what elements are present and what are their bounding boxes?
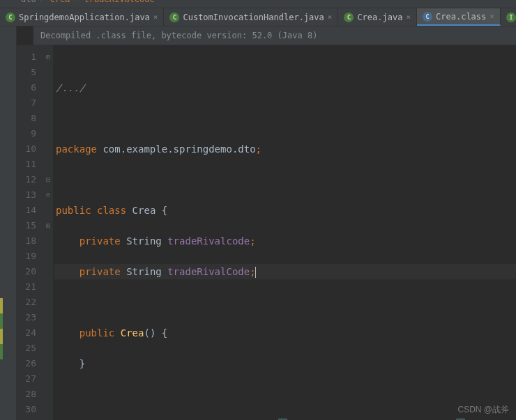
fold-toggle-icon: [43, 402, 53, 417]
code-line[interactable]: /.../: [54, 80, 516, 95]
fold-toggle-icon: [43, 249, 53, 264]
line-number[interactable]: 27: [21, 371, 36, 387]
keyword: public: [79, 327, 115, 339]
fold-toggle-icon: [43, 295, 53, 310]
line-number[interactable]: 13: [21, 187, 36, 203]
line-number[interactable]: 14: [21, 203, 36, 218]
field: tradeRivalCode: [167, 266, 250, 277]
line-number[interactable]: 11: [21, 157, 36, 172]
line-number[interactable]: 22: [21, 295, 36, 310]
fold-toggle-icon: [43, 141, 53, 157]
breadcrumb-seg[interactable]: tradeRivalCode: [84, 0, 155, 4]
line-number[interactable]: 12: [21, 172, 36, 187]
line-number[interactable]: 10: [21, 141, 36, 157]
line-number[interactable]: 20: [21, 264, 36, 279]
parens: (): [144, 327, 155, 339]
close-icon[interactable]: ×: [328, 13, 333, 22]
fold-toggle-icon[interactable]: ⊖: [43, 187, 53, 203]
caret: [255, 267, 256, 278]
editor-tab[interactable]: EatInte: [501, 8, 516, 26]
line-number[interactable]: 28: [21, 387, 36, 402]
file-type-icon: [344, 13, 354, 22]
keyword: class: [97, 205, 126, 216]
file-type-icon: [423, 12, 432, 22]
line-number[interactable]: 7: [21, 95, 36, 111]
line-number[interactable]: 18: [21, 233, 36, 249]
code-line[interactable]: [54, 295, 516, 310]
watermark: CSDN @战斧: [457, 404, 509, 416]
editor-tab[interactable]: Crea.class×: [417, 8, 501, 26]
line-number[interactable]: 30: [21, 402, 36, 417]
line-number[interactable]: 24: [21, 325, 36, 341]
fold-toggle-icon: [43, 111, 53, 126]
fold-toggle-icon[interactable]: ⊟: [43, 172, 53, 187]
code-line[interactable]: [54, 387, 516, 402]
line-number[interactable]: 21: [21, 279, 36, 295]
code-area[interactable]: /.../ package com.example.springdemo.dto…: [53, 45, 516, 420]
brace: }: [79, 358, 85, 369]
semicolon: ;: [256, 143, 261, 155]
fold-toggle-icon: [43, 80, 53, 95]
editor-tabs: SpringdemoApplication.java×CustomInvocat…: [0, 8, 516, 26]
class-name: Crea: [126, 205, 162, 216]
fold-toggle-icon: [43, 65, 53, 80]
brace: {: [162, 327, 167, 339]
fold-toggle-icon: [43, 341, 53, 356]
tab-label: CustomInvocationHandler.java: [183, 13, 324, 22]
line-number[interactable]: 6: [21, 80, 36, 95]
editor-tab[interactable]: CustomInvocationHandler.java×: [164, 8, 338, 26]
line-number[interactable]: 9: [21, 126, 36, 141]
code-line[interactable]: [54, 172, 516, 187]
fold-toggle-icon: [43, 356, 53, 371]
close-icon[interactable]: ×: [490, 12, 494, 21]
code-line[interactable]: }: [54, 356, 516, 371]
line-number[interactable]: 23: [21, 310, 36, 325]
fold-toggle-icon: [43, 203, 53, 218]
line-number[interactable]: 19: [21, 249, 36, 264]
fold-toggle-icon: [43, 279, 53, 295]
breadcrumb-seg[interactable]: Crea: [50, 0, 70, 4]
code-line[interactable]: public Crea() {: [54, 325, 516, 341]
close-icon[interactable]: ×: [153, 13, 158, 22]
code-line[interactable]: public String getTradeRivalcode() { retu…: [54, 417, 516, 420]
fold-toggle-icon[interactable]: ⊞: [43, 49, 53, 65]
breadcrumb-seg[interactable]: dto: [21, 0, 36, 4]
line-number[interactable]: 1: [21, 49, 36, 65]
keyword: package: [56, 143, 97, 155]
semicolon: ;: [250, 235, 255, 247]
keyword: private: [79, 235, 121, 247]
file-type-icon: [506, 13, 516, 22]
line-number[interactable]: 26: [21, 356, 36, 371]
line-number[interactable]: 15: [21, 218, 36, 233]
fold-column: ⊞⊟⊖⊞: [43, 45, 53, 420]
code-line[interactable]: package com.example.springdemo.dto;: [54, 141, 516, 157]
file-type-icon: [169, 13, 179, 22]
package-name: com.example.springdemo.dto: [97, 143, 256, 155]
file-type-icon: [6, 13, 15, 22]
code-line[interactable]: public class Crea {: [54, 203, 516, 218]
tab-label: Crea.class: [436, 12, 486, 22]
chevron-right-icon: 〉: [73, 0, 82, 5]
tab-label: Crea.java: [357, 13, 402, 22]
fold-toggle-icon[interactable]: ⊞: [43, 218, 53, 233]
line-gutter: 1567891011121314151819202122232425262728…: [17, 45, 43, 420]
editor-tab[interactable]: SpringdemoApplication.java×: [0, 8, 164, 26]
code-line[interactable]: private String tradeRivalcode;: [54, 233, 516, 249]
fold-toggle-icon: [43, 264, 53, 279]
keyword: private: [79, 266, 121, 277]
editor: Decompiled .class file, bytecode version…: [0, 26, 516, 420]
code-line[interactable]: [54, 111, 516, 126]
line-number[interactable]: 25: [21, 341, 36, 356]
decompiled-banner: Decompiled .class file, bytecode version…: [33, 26, 516, 45]
code-line-current[interactable]: private String tradeRivalCode;: [54, 264, 516, 279]
editor-tab[interactable]: Crea.java×: [338, 8, 417, 26]
line-number[interactable]: 8: [21, 111, 36, 126]
type: String: [121, 266, 167, 277]
fold-toggle-icon: [43, 157, 53, 172]
line-number[interactable]: 5: [21, 65, 36, 80]
field: tradeRivalcode: [167, 235, 250, 247]
close-icon[interactable]: ×: [406, 13, 411, 22]
keyword: public: [56, 205, 91, 216]
breadcrumb: dto 〉 Crea 〉 tradeRivalCode: [21, 0, 155, 5]
fold-toggle-icon: [43, 310, 53, 325]
